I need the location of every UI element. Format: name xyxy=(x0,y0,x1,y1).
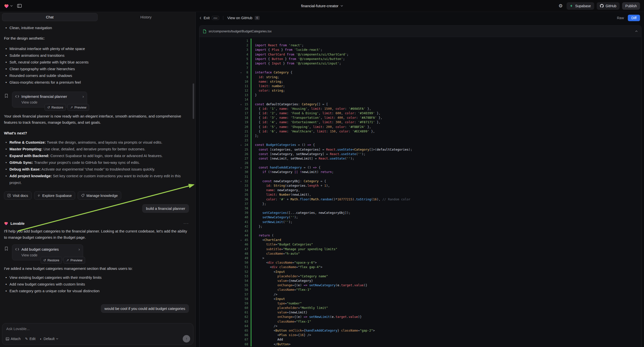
code-text: return ( xyxy=(252,233,274,238)
line-number: 58 xyxy=(200,297,251,301)
added-bullet-list: View existing budget categories with the… xyxy=(4,274,189,294)
bullet-item: Each category gets a unique color for vi… xyxy=(4,288,189,294)
view-on-github-button[interactable]: View on GitHub 6 xyxy=(227,16,260,20)
restore-button[interactable]: ↺ Restore xyxy=(40,257,62,264)
send-button[interactable]: ↑ xyxy=(183,335,190,342)
default-mode-button[interactable]: ◐ Default xyxy=(40,337,58,341)
code-text: <Plus size={16} /> xyxy=(252,333,311,337)
bullet-item: Rounded corners and subtle shadows xyxy=(4,72,189,79)
code-line: 48 className="h-auto" xyxy=(200,252,641,256)
attach-image-icon xyxy=(6,337,9,340)
code-text: const handleAddCategory = () => { xyxy=(252,165,320,170)
code-line: 62 onChange={(e) => setNewLimit(e.target… xyxy=(200,315,641,319)
github-button[interactable]: GitHub xyxy=(597,2,620,10)
chat-scrollbar[interactable] xyxy=(193,84,194,119)
sidebar-toggle-button[interactable] xyxy=(17,4,22,8)
code-line: 67 Add xyxy=(200,337,641,342)
fold-chevron-icon[interactable]: ▾ xyxy=(240,238,242,242)
mode-label: Default xyxy=(44,337,54,341)
visit-docs-button[interactable]: Visit docs xyxy=(4,192,32,200)
visit-docs-label: Visit docs xyxy=(13,194,28,198)
code-line: 43 xyxy=(200,229,641,233)
line-number: 49 xyxy=(200,256,251,260)
diff-added-bar xyxy=(251,206,252,210)
code-line: 7 xyxy=(200,66,641,70)
code-line: 12 color: string; xyxy=(200,88,641,93)
code-line: 3import { Plus } from 'lucide-react'; xyxy=(200,48,641,52)
code-line: 37 }; xyxy=(200,202,641,206)
code-text: value={newCategory} xyxy=(252,278,313,283)
user-message-bubble: would be cool if you could add budget ca… xyxy=(101,304,189,313)
more-options-button[interactable]: ··· xyxy=(184,222,189,226)
code-line: 23 xyxy=(200,138,641,143)
code-text: if (!newCategory || !newLimit) return; xyxy=(252,170,334,174)
line-number: 41 xyxy=(200,220,251,224)
chat-scroll-area[interactable]: Clean, intuitive navigation For the desi… xyxy=(0,22,196,321)
manage-knowledge-button[interactable]: Manage knowledge xyxy=(78,192,121,200)
fold-chevron-icon[interactable]: ▾ xyxy=(240,102,242,107)
code-line: 20 { id: '5', name: 'Shopping', limit: 2… xyxy=(200,125,641,129)
code-text: import { Button } from '@/components/ui/… xyxy=(252,57,345,61)
chat-input[interactable] xyxy=(6,326,189,331)
bullet-item: Minimalist interface with plenty of whit… xyxy=(4,45,189,52)
preview-button[interactable]: ↗ Preview xyxy=(64,257,85,264)
restore-button[interactable]: ↺ Restore xyxy=(44,104,66,111)
edit-button[interactable]: ✎ Edit xyxy=(25,337,36,341)
line-number: 23 xyxy=(200,138,251,143)
line-number: 61 xyxy=(200,310,251,315)
collapse-chevron-button[interactable] xyxy=(635,30,638,32)
lovable-logo-menu[interactable] xyxy=(4,4,13,8)
code-text: { id: '3', name: 'Transportation', limit… xyxy=(252,116,382,120)
fold-chevron-icon[interactable]: ▾ xyxy=(240,70,242,75)
bookmark-icon[interactable] xyxy=(4,246,8,251)
line-number: 53 xyxy=(200,274,251,278)
attach-button[interactable]: Attach xyxy=(6,337,21,341)
line-number: 1 xyxy=(200,38,251,43)
assistant-name: Lovable xyxy=(10,221,25,226)
view-code-link[interactable]: View code xyxy=(22,253,80,257)
code-line: 59 type="number" xyxy=(200,301,641,306)
fold-chevron-icon[interactable]: ▾ xyxy=(240,143,242,147)
heart-icon xyxy=(4,222,8,225)
topbar: financial-future-creator ⚙ Supabase GitH… xyxy=(0,0,644,12)
diff-button[interactable]: Diff xyxy=(628,15,640,21)
code-text: const [newCategory, setNewCategory] = Re… xyxy=(252,152,366,156)
code-editor[interactable]: 12import React from 'react';3import { Pl… xyxy=(200,37,641,347)
bookmark-icon[interactable] xyxy=(4,94,8,98)
fold-chevron-icon[interactable]: ▾ xyxy=(240,166,242,170)
code-icon xyxy=(15,248,19,251)
project-switcher[interactable]: financial-future-creator xyxy=(301,0,343,12)
bullet-item: View existing budget categories with the… xyxy=(4,274,189,281)
next-step-item: Master Prompting: Use clear, detailed, a… xyxy=(4,146,189,152)
line-number: 42 xyxy=(200,224,251,229)
line-number: 9 xyxy=(200,75,251,80)
supabase-button[interactable]: Supabase xyxy=(566,2,594,10)
chevron-down-icon xyxy=(340,5,343,7)
tab-history[interactable]: History xyxy=(98,13,194,21)
line-number: 2 xyxy=(200,43,251,48)
line-number: 59 xyxy=(200,301,251,306)
exit-button[interactable]: Exit esc xyxy=(200,16,219,20)
preview-button[interactable]: ↗ Preview xyxy=(68,104,89,111)
code-line: 24▾const BudgetCategories = () => { xyxy=(200,143,641,147)
explore-supabase-button[interactable]: Explore Supabase xyxy=(34,192,76,200)
code-line: 47 subtitle="Manage your spending limits… xyxy=(200,247,641,252)
view-code-link[interactable]: View code xyxy=(22,100,84,104)
divider xyxy=(223,16,223,20)
code-line: 38 xyxy=(200,206,641,210)
file-bar[interactable]: src/components/budget/BudgetCategories.t… xyxy=(200,26,641,37)
tab-chat[interactable]: Chat xyxy=(2,13,98,21)
code-text: { id: '1', name: 'Housing', limit: 1500,… xyxy=(252,106,371,111)
code-line: 42 }; xyxy=(200,224,641,229)
code-line: 52 <Input xyxy=(200,270,641,274)
code-line: 17 { id: '2', name: 'Food & Dining', lim… xyxy=(200,111,641,116)
publish-button[interactable]: Publish xyxy=(622,2,640,10)
attach-label: Attach xyxy=(11,337,21,341)
settings-button[interactable]: ⚙ xyxy=(558,4,562,8)
code-text: <Input xyxy=(252,297,285,301)
line-number: 32▾ xyxy=(200,179,251,184)
design-bullet-list: Minimalist interface with plenty of whit… xyxy=(4,45,189,86)
raw-button[interactable]: Raw xyxy=(617,16,624,20)
github-icon xyxy=(600,4,604,8)
fold-chevron-icon[interactable]: ▾ xyxy=(240,179,242,184)
